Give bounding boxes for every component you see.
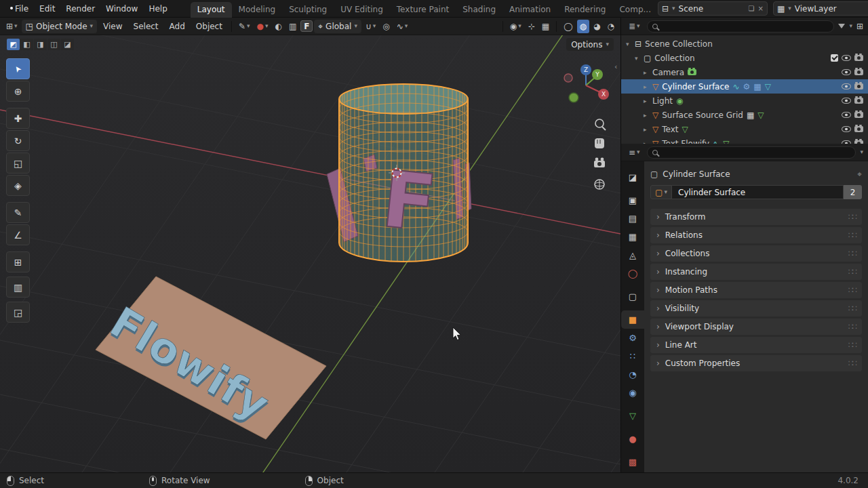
grid-toggle[interactable]: ▥ (286, 20, 299, 33)
render-camera-icon[interactable] (854, 98, 863, 104)
tool-add-cube[interactable]: ⊞ (6, 251, 30, 272)
tab-scene[interactable]: ◬ (621, 246, 644, 264)
tab-object-data[interactable]: ▽ (621, 407, 644, 425)
pan-hand-icon[interactable] (595, 138, 604, 148)
flowify-tool-button[interactable]: F (300, 20, 313, 32)
collapse-arrow-icon[interactable]: ‹ (614, 62, 617, 71)
overlays-toggle[interactable]: ▦ (539, 20, 552, 33)
tool-measure[interactable]: ∠ (6, 224, 30, 245)
render-camera-icon[interactable] (854, 69, 863, 75)
outliner-row-camera[interactable]: ▸ Camera (621, 65, 868, 79)
menu-help[interactable]: Help (143, 0, 172, 18)
tab-texture-paint[interactable]: Texture Paint (390, 2, 456, 18)
tab-rendering[interactable]: Rendering (557, 2, 612, 18)
new-scene-icon[interactable]: ❏ (749, 5, 755, 12)
axis-neg-y-ball[interactable] (569, 93, 578, 102)
render-camera-icon[interactable] (854, 55, 863, 61)
tab-render[interactable]: ▣ (621, 191, 644, 209)
panel-visibility[interactable]: › Visibility ∷∷ (650, 300, 862, 317)
tab-modeling[interactable]: Modeling (232, 2, 283, 18)
mode-dropdown[interactable]: ◳ Object Mode ▾ (22, 20, 97, 33)
shading-rendered-button[interactable]: ◔ (605, 20, 617, 33)
filter-icon[interactable] (838, 24, 845, 28)
drag-handle-icon[interactable]: ∷∷ (848, 249, 856, 258)
drag-handle-icon[interactable]: ∷∷ (848, 212, 856, 222)
options-dropdown[interactable]: Options ▾ (566, 38, 614, 51)
select-mode-intersect[interactable]: ◪ (61, 39, 74, 50)
tab-view-layer[interactable]: ▦ (621, 228, 644, 246)
properties-editor-type-button[interactable]: ≡ ▾ (626, 146, 643, 159)
gizmo-toggle[interactable]: ⊹ (526, 20, 538, 33)
outliner-row-cylinder-surface[interactable]: ▸ ▽ Cylinder Surface ∿ ⚙ ▦ ▽ (621, 79, 868, 94)
tool-mesh-extra[interactable]: ▥ (6, 277, 30, 298)
render-camera-icon[interactable] (854, 112, 863, 118)
chevron-down-icon[interactable]: ▾ (849, 23, 852, 29)
hide-eye-icon[interactable] (842, 112, 851, 118)
transform-orientation-dropdown[interactable]: ⌖ Global ▾ (314, 20, 361, 33)
panel-motion-paths[interactable]: › Motion Paths ∷∷ (650, 282, 862, 298)
hide-eye-icon[interactable] (842, 55, 851, 61)
cylinder-surface-object[interactable]: F (327, 84, 471, 262)
tool-project[interactable]: ◲ (6, 302, 30, 323)
outliner-row-scene-collection[interactable]: ▾ ⊟ Scene Collection (621, 37, 868, 51)
chevron-down-icon[interactable]: ▾ (860, 149, 863, 155)
tab-physics[interactable]: ◔ (621, 365, 644, 384)
shading-material-button[interactable]: ◕ (591, 20, 603, 33)
outliner-row-text-flowify[interactable]: ▸ ▽ Text Flowify ∿ ▽ (621, 136, 868, 144)
menu-add[interactable]: Add (165, 22, 190, 31)
tab-shading[interactable]: Shading (456, 2, 502, 18)
object-name-field[interactable]: Cylinder Surface (672, 185, 844, 199)
panel-relations[interactable]: › Relations ∷∷ (650, 227, 862, 243)
tool-transform[interactable]: ◈ (6, 175, 30, 196)
hide-eye-icon[interactable] (842, 126, 851, 132)
tab-layout[interactable]: Layout (191, 2, 232, 18)
tool-scale[interactable]: ◱ (6, 152, 30, 174)
users-count-badge[interactable]: 2 (844, 185, 862, 199)
outliner-row-light[interactable]: ▸ Light ◉ (621, 94, 868, 108)
tool-annotate[interactable]: ✎ (6, 202, 30, 223)
visibility-dropdown[interactable]: ◉ ▾ (507, 20, 524, 33)
annotate-dropdown[interactable]: ✎ ▾ (236, 20, 253, 33)
outliner-row-text[interactable]: ▸ ▽ Text ▽ (621, 122, 868, 136)
disclosure-icon[interactable]: ▸ (644, 83, 649, 90)
select-mode-set[interactable]: ◩ (7, 39, 20, 50)
hide-eye-icon[interactable] (842, 83, 851, 89)
menu-select[interactable]: Select (129, 22, 163, 31)
tab-object[interactable]: ■ (621, 310, 644, 329)
menu-object[interactable]: Object (191, 22, 227, 31)
tab-output[interactable]: ▤ (621, 209, 644, 228)
editor-type-button[interactable]: ⊞ ▾ (3, 20, 20, 33)
texture-toggle[interactable]: ◐ (273, 20, 285, 33)
render-camera-icon[interactable] (854, 83, 863, 89)
tab-particles[interactable]: ∷ (621, 347, 644, 365)
expand-icon[interactable]: ▾ (635, 55, 640, 62)
tool-rotate[interactable]: ↻ (6, 130, 30, 151)
drag-handle-icon[interactable]: ∷∷ (848, 267, 856, 277)
disclosure-icon[interactable]: ▸ (644, 126, 649, 133)
select-mode-subtract[interactable]: ◨ (34, 39, 47, 50)
panel-line-art[interactable]: › Line Art ∷∷ (650, 337, 862, 353)
tool-move[interactable]: ✚ (6, 108, 30, 129)
disclosure-icon[interactable]: ▸ (644, 112, 649, 119)
expand-icon[interactable]: ▾ (626, 41, 631, 47)
tab-constraints[interactable]: ◉ (621, 384, 644, 402)
hide-eye-icon[interactable] (842, 69, 851, 75)
falloff-dropdown[interactable]: ∿ ▾ (394, 20, 411, 33)
render-camera-icon[interactable] (854, 126, 863, 132)
viewport-3d[interactable]: Flowify Flowify (0, 35, 620, 472)
select-mode-extend[interactable]: ◧ (20, 39, 33, 50)
tab-material[interactable]: ● (621, 430, 644, 448)
tab-texture[interactable]: ▩ (621, 453, 644, 471)
drag-handle-icon[interactable]: ∷∷ (848, 322, 856, 331)
render-camera-icon[interactable] (854, 140, 863, 144)
chevron-down-icon[interactable]: ▾ (788, 5, 791, 12)
menu-view[interactable]: View (98, 22, 127, 31)
tab-tool[interactable]: ◪ (621, 168, 644, 186)
tab-collection[interactable]: ▢ (621, 287, 644, 306)
menu-render[interactable]: Render (60, 0, 100, 18)
disclosure-icon[interactable]: ▸ (644, 69, 649, 76)
collection-checkbox[interactable] (831, 54, 838, 62)
new-collection-icon[interactable]: ⊞ (856, 22, 863, 30)
viewlayer-selector[interactable]: ▦ ▾ ViewLayer ❏ × (773, 1, 868, 16)
tab-uv-editing[interactable]: UV Editing (334, 2, 390, 18)
